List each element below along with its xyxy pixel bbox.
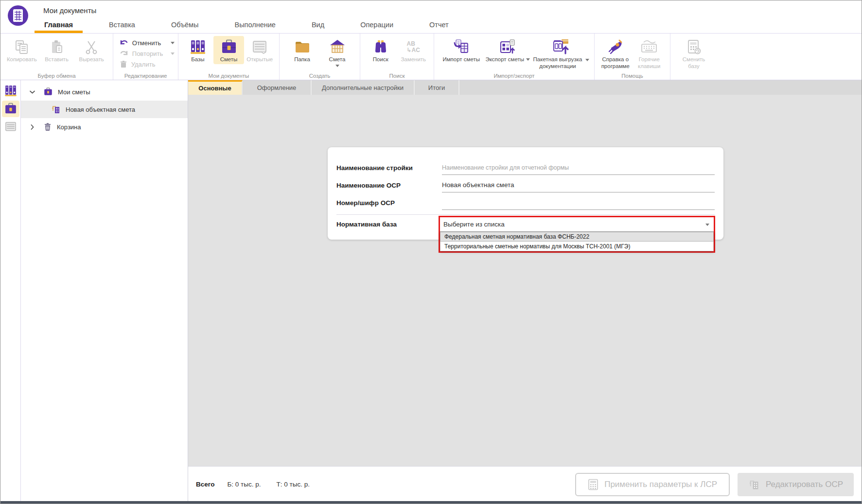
menu-tab-otchet[interactable]: Отчет xyxy=(422,17,456,33)
redo-icon xyxy=(120,50,128,57)
building-crane-icon xyxy=(748,479,760,490)
tree-item-my-estimates[interactable]: Мои сметы xyxy=(21,83,188,101)
mini-sidebar xyxy=(0,80,21,502)
tab-totals[interactable]: Итоги xyxy=(415,80,459,95)
annotation-red-box: Выберите из списка Федеральная сметная н… xyxy=(439,216,715,253)
total-label: Всего xyxy=(196,481,214,488)
app-window: Мои документы Главная Вставка Объёмы Вып… xyxy=(0,0,862,504)
copy-icon xyxy=(14,38,30,56)
ribbon-group-search: Поиск AB↳AC Заменить Поиск xyxy=(360,34,434,80)
construction-name-input[interactable] xyxy=(442,160,715,175)
menu-tab-vid[interactable]: Вид xyxy=(305,17,331,33)
menu-tab-operacii[interactable]: Операции xyxy=(353,17,400,33)
bases-button[interactable]: Базы xyxy=(182,36,213,64)
scissors-icon xyxy=(83,38,100,56)
new-estimate-dropdown-caret[interactable] xyxy=(335,65,339,67)
current-total-value: Т: 0 тыс. р. xyxy=(277,481,310,488)
normative-base-select[interactable]: Выберите из списка xyxy=(440,217,714,232)
normative-base-options: Федеральная сметная нормативная база ФСН… xyxy=(440,232,714,251)
batch-export-icon xyxy=(551,38,570,56)
replace-icon: AB↳AC xyxy=(407,38,420,56)
option-tsn-2001[interactable]: Территориальные сметные нормативы для Мо… xyxy=(440,242,714,251)
tree-item-new-object-estimate[interactable]: Новая объектная смета xyxy=(21,101,188,118)
status-bar: Всего Б: 0 тыс. р. Т: 0 тыс. р. Применит… xyxy=(188,466,862,502)
replace-button[interactable]: AB↳AC Заменить xyxy=(397,36,430,64)
menu-tab-glavnaya[interactable]: Главная xyxy=(37,17,80,33)
paste-icon xyxy=(49,38,65,56)
menu-tab-obyomy[interactable]: Объёмы xyxy=(164,17,206,33)
export-dropdown-caret[interactable] xyxy=(526,58,530,61)
copy-button[interactable]: Копировать xyxy=(4,36,39,64)
import-estimate-button[interactable]: Импорт сметы xyxy=(438,36,484,64)
undo-dropdown-caret[interactable] xyxy=(171,42,175,44)
document-tree: Мои сметы Новая объектная смета xyxy=(21,80,188,502)
estimates-button[interactable]: Сметы xyxy=(213,36,245,64)
keyboard-icon xyxy=(640,38,658,56)
trash-icon xyxy=(120,60,127,68)
ribbon-group-my-documents: Базы Сметы xyxy=(178,34,280,80)
tree-item-trash[interactable]: Корзина xyxy=(21,118,188,136)
rocket-icon xyxy=(607,38,624,56)
batch-export-dropdown-caret[interactable] xyxy=(585,59,589,61)
change-base-button[interactable]: Сменить базу xyxy=(676,36,711,71)
title-bar: Мои документы Главная Вставка Объёмы Вып… xyxy=(0,0,862,34)
form-divider xyxy=(336,214,715,215)
open-documents-icon xyxy=(4,120,18,134)
form-row-osr-number: Номер/шифр ОСР xyxy=(336,195,715,210)
search-button[interactable]: Поиск xyxy=(364,36,397,64)
cut-button[interactable]: Вырезать xyxy=(74,36,109,64)
tab-additional-settings[interactable]: Дополнительные настройки xyxy=(312,80,415,95)
new-estimate-button[interactable]: Смета xyxy=(320,36,355,68)
building-crane-icon xyxy=(51,104,61,114)
about-button[interactable]: Справка о программе xyxy=(598,36,633,71)
export-estimate-button[interactable]: Экспорт сметы xyxy=(484,36,531,64)
opened-button[interactable]: Открытые xyxy=(244,36,275,64)
menu-tab-vypolnenie[interactable]: Выполнение xyxy=(228,17,282,33)
ribbon-group-create: Папка Смета Создать xyxy=(280,34,360,80)
redo-dropdown-caret[interactable] xyxy=(171,52,175,55)
form-row-construction-name: Наименование стройки xyxy=(336,160,715,175)
chevron-right-icon[interactable] xyxy=(29,124,35,130)
chevron-down-icon[interactable] xyxy=(29,90,35,94)
menu-tab-bar: Главная Вставка Объёмы Выполнение Вид Оп… xyxy=(37,17,478,33)
content-canvas: Наименование стройки Наименование ОСР Но… xyxy=(188,95,862,466)
osr-name-input[interactable] xyxy=(442,178,715,192)
ribbon: Копировать Вставить Вырезать xyxy=(0,34,862,80)
paste-button[interactable]: Вставить xyxy=(39,36,74,64)
delete-button[interactable]: Удалить xyxy=(117,60,175,68)
edit-osr-button[interactable]: Редактировать ОСР xyxy=(738,473,854,496)
redo-button[interactable]: Повторить xyxy=(117,50,175,57)
mini-bases-button[interactable] xyxy=(2,83,19,99)
ribbon-group-clipboard: Копировать Вставить Вырезать xyxy=(0,34,113,80)
select-dropdown-caret[interactable] xyxy=(705,224,709,226)
option-fsnb-2022[interactable]: Федеральная сметная нормативная база ФСН… xyxy=(440,232,714,242)
import-icon xyxy=(452,38,471,56)
apply-parameters-button[interactable]: Применить параметры к ЛСР xyxy=(575,473,730,496)
content-tab-bar: Основные Оформление Дополнительные настр… xyxy=(188,80,862,95)
ribbon-group-editing: Отменить Повторить Удалить Ред xyxy=(113,34,178,80)
folder-button[interactable]: Папка xyxy=(285,36,320,64)
ribbon-group-change-base: Сменить базу xyxy=(670,34,717,80)
binoculars-icon xyxy=(372,38,389,56)
open-documents-icon xyxy=(251,38,268,56)
calculator-refresh-icon xyxy=(685,38,703,56)
tab-appearance[interactable]: Оформление xyxy=(243,80,312,95)
calculator-icon xyxy=(588,479,598,490)
briefcase-icon xyxy=(220,38,238,56)
ribbon-group-import-export: Импорт сметы Экспорт сметы xyxy=(434,34,595,80)
mini-opened-button[interactable] xyxy=(2,119,19,135)
mini-estimates-button[interactable] xyxy=(2,101,19,117)
menu-tab-vstavka[interactable]: Вставка xyxy=(102,17,142,33)
ribbon-group-help: Справка о программе Горячие клавиши Помо… xyxy=(595,34,670,80)
batch-export-button[interactable]: Пакетная выгрузка документации xyxy=(531,36,590,71)
undo-button[interactable]: Отменить xyxy=(117,39,175,47)
house-icon xyxy=(328,38,347,56)
tab-main[interactable]: Основные xyxy=(188,80,243,95)
osr-number-input[interactable] xyxy=(442,195,715,210)
export-icon xyxy=(498,38,517,56)
form-row-osr-name: Наименование ОСР xyxy=(336,177,715,193)
hotkeys-button[interactable]: Горячие клавиши xyxy=(633,36,667,71)
binders-icon xyxy=(4,84,18,98)
window-bottom-border xyxy=(0,501,862,504)
binders-icon xyxy=(189,38,207,56)
